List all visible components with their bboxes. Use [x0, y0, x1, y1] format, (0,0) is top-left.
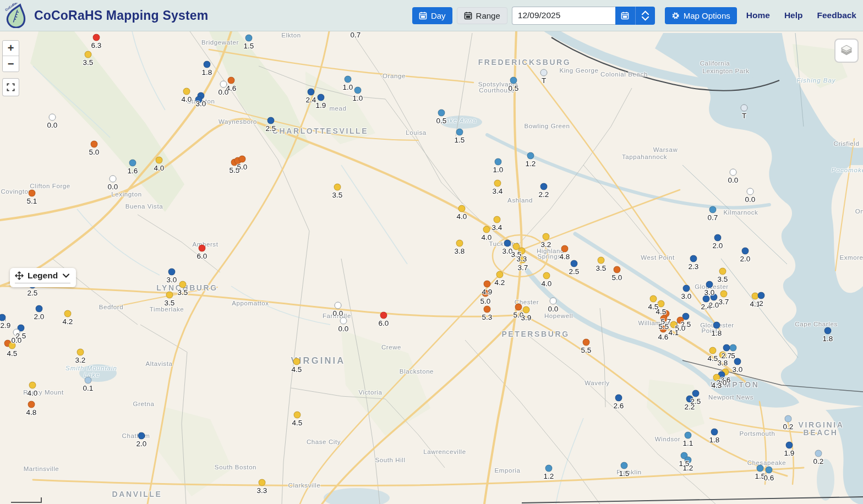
- station-dot[interactable]: [239, 156, 246, 163]
- station-dot[interactable]: [766, 467, 773, 474]
- station-dot[interactable]: [496, 271, 504, 278]
- station-dot[interactable]: [709, 347, 717, 354]
- station-dot[interactable]: [543, 272, 550, 280]
- station-dot[interactable]: [747, 188, 754, 195]
- station-dot[interactable]: [785, 415, 792, 423]
- station-dot[interactable]: [293, 358, 301, 365]
- station-dot[interactable]: [168, 269, 176, 276]
- station-dot[interactable]: [199, 245, 206, 252]
- station-dot[interactable]: [714, 234, 722, 242]
- station-dot[interactable]: [308, 89, 315, 96]
- layers-button[interactable]: [834, 39, 859, 63]
- station-dot[interactable]: [29, 190, 36, 197]
- station-dot[interactable]: [786, 442, 793, 449]
- station-dot[interactable]: [49, 114, 56, 121]
- nav-feedback-link[interactable]: Feedback: [812, 10, 856, 20]
- station-dot[interactable]: [483, 226, 490, 233]
- station-dot[interactable]: [494, 216, 501, 223]
- station-dot[interactable]: [685, 432, 692, 439]
- zoom-in-button[interactable]: +: [3, 41, 19, 56]
- station-dot[interactable]: [380, 312, 387, 319]
- legend-panel[interactable]: Legend: [10, 268, 76, 287]
- station-dot[interactable]: [179, 281, 187, 288]
- station-dot[interactable]: [484, 281, 491, 288]
- day-view-button[interactable]: Day: [412, 7, 452, 24]
- station-dot[interactable]: [354, 87, 362, 94]
- station-dot[interactable]: [267, 117, 275, 124]
- station-dot[interactable]: [571, 260, 578, 267]
- station-dot[interactable]: [335, 302, 342, 309]
- station-dot[interactable]: [614, 266, 621, 273]
- station-dot[interactable]: [438, 109, 445, 117]
- station-dot[interactable]: [561, 245, 569, 253]
- station-dot[interactable]: [495, 158, 502, 166]
- fullscreen-button[interactable]: [2, 78, 19, 96]
- zoom-out-button[interactable]: −: [3, 56, 19, 72]
- station-dot[interactable]: [85, 51, 92, 58]
- station-dot[interactable]: [138, 432, 145, 440]
- station-dot[interactable]: [204, 61, 211, 68]
- date-step-button[interactable]: [635, 7, 655, 25]
- station-dot[interactable]: [540, 183, 548, 190]
- station-dot[interactable]: [294, 412, 301, 419]
- station-dot[interactable]: [129, 160, 136, 167]
- station-dot[interactable]: [720, 291, 728, 298]
- nav-help-link[interactable]: Help: [779, 10, 808, 20]
- station-dot[interactable]: [757, 465, 764, 472]
- station-dot[interactable]: [621, 462, 628, 469]
- station-dot[interactable]: [690, 255, 697, 262]
- nav-home-link[interactable]: Home: [741, 10, 775, 20]
- station-dot[interactable]: [713, 322, 720, 329]
- station-dot[interactable]: [345, 76, 352, 83]
- station-dot[interactable]: [458, 205, 466, 212]
- station-dot[interactable]: [730, 344, 737, 352]
- station-dot[interactable]: [730, 169, 737, 176]
- station-dot[interactable]: [758, 292, 765, 299]
- chevron-down-icon[interactable]: [62, 271, 70, 280]
- range-view-button[interactable]: Range: [457, 7, 507, 24]
- station-dot[interactable]: [583, 339, 590, 346]
- station-dot[interactable]: [719, 268, 727, 275]
- station-dot[interactable]: [683, 285, 690, 292]
- map-canvas[interactable]: BridgewaterElktonStauntonWaynesboroCHARL…: [0, 0, 863, 504]
- station-dot[interactable]: [527, 152, 534, 160]
- station-dot[interactable]: [692, 390, 700, 397]
- station-dot[interactable]: [183, 88, 190, 95]
- station-dot[interactable]: [494, 180, 501, 187]
- station-dot[interactable]: [29, 382, 36, 389]
- station-dot[interactable]: [36, 305, 43, 313]
- station-dot[interactable]: [340, 317, 347, 325]
- station-dot[interactable]: [550, 298, 557, 305]
- station-dot[interactable]: [166, 292, 173, 299]
- station-dot[interactable]: [510, 77, 517, 84]
- move-icon[interactable]: [15, 271, 24, 280]
- station-dot[interactable]: [110, 176, 117, 183]
- station-dot[interactable]: [711, 429, 718, 436]
- station-dot[interactable]: [741, 105, 748, 112]
- station-dot[interactable]: [615, 395, 622, 402]
- station-dot[interactable]: [456, 129, 463, 136]
- station-dot[interactable]: [824, 327, 832, 335]
- station-dot[interactable]: [245, 35, 253, 42]
- station-dot[interactable]: [93, 34, 100, 41]
- station-dot[interactable]: [484, 306, 491, 313]
- station-dot[interactable]: [318, 94, 325, 101]
- date-input[interactable]: [512, 7, 615, 25]
- station-dot[interactable]: [706, 281, 713, 288]
- station-dot[interactable]: [540, 69, 548, 76]
- station-dot[interactable]: [64, 310, 72, 317]
- station-dot[interactable]: [85, 377, 92, 384]
- station-dot[interactable]: [77, 349, 84, 356]
- station-dot[interactable]: [543, 233, 550, 240]
- station-dot[interactable]: [91, 141, 98, 148]
- station-dot[interactable]: [815, 450, 822, 457]
- map-options-button[interactable]: Map Options: [665, 7, 737, 24]
- station-dot[interactable]: [709, 206, 717, 213]
- station-dot[interactable]: [228, 77, 235, 84]
- station-dot[interactable]: [598, 257, 605, 264]
- station-dot[interactable]: [156, 157, 163, 164]
- station-dot[interactable]: [28, 401, 35, 408]
- station-dot[interactable]: [456, 240, 463, 247]
- station-dot[interactable]: [742, 248, 749, 255]
- station-dot[interactable]: [334, 184, 341, 191]
